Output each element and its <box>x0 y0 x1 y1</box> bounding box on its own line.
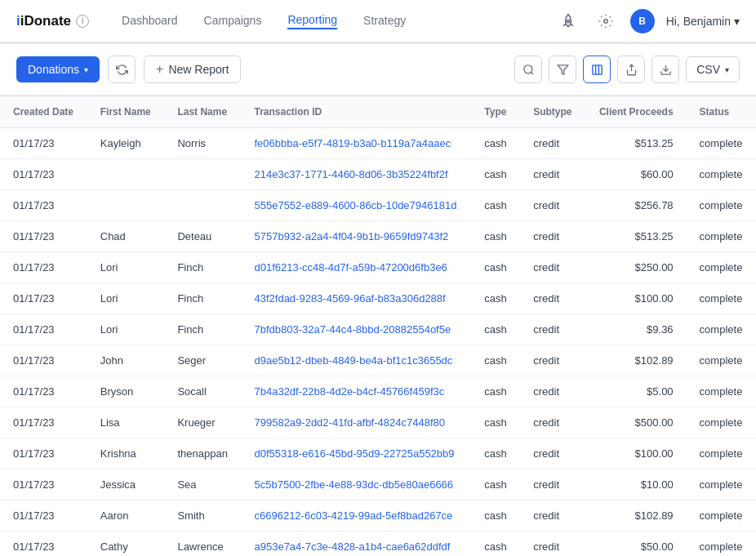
cell-status: complete <box>687 159 756 190</box>
cell-status: complete <box>687 376 756 407</box>
columns-button[interactable] <box>583 56 611 83</box>
refresh-button[interactable] <box>108 56 136 83</box>
cell-date: 01/17/23 <box>0 128 87 159</box>
cell-date: 01/17/23 <box>0 221 87 252</box>
cell-txn[interactable]: 7b4a32df-22b8-4d2e-b4cf-45766f459f3c <box>241 376 471 407</box>
cell-subtype: credit <box>520 128 585 159</box>
col-created-date: Created Date <box>0 96 87 128</box>
chevron-down-icon: ▾ <box>84 65 88 74</box>
cell-last: Deteau <box>164 221 241 252</box>
cell-proceeds: $500.00 <box>585 407 687 438</box>
cell-type: cash <box>471 190 520 221</box>
cell-txn[interactable]: c6696212-6c03-4219-99ad-5ef8bad267ce <box>241 500 471 532</box>
cell-status: complete <box>687 438 756 469</box>
svg-point-0 <box>567 20 569 22</box>
cell-subtype: credit <box>520 345 585 376</box>
cell-status: complete <box>687 128 756 159</box>
table-row: 01/17/23 Lori Finch d01f6213-cc48-4d7f-a… <box>0 252 756 283</box>
nav-reporting[interactable]: Reporting <box>287 13 337 29</box>
nav-campaigns[interactable]: Campaigns <box>204 14 262 29</box>
top-nav: iiDonate i Dashboard Campaigns Reporting… <box>0 0 756 42</box>
cell-status: complete <box>687 252 756 283</box>
nav-strategy[interactable]: Strategy <box>363 14 406 29</box>
cell-txn[interactable]: 5757b932-a2a4-4f04-9b1b-9659fd9743f2 <box>241 221 471 252</box>
cell-txn[interactable]: d01f6213-cc48-4d7f-a59b-47200d6fb3e6 <box>241 252 471 283</box>
cell-proceeds: $250.00 <box>585 252 687 283</box>
cell-txn[interactable]: 555e7552-e889-4600-86cb-10de7946181d <box>241 190 471 221</box>
cell-status: complete <box>687 221 756 252</box>
table-row: 01/17/23 Lori Finch 7bfdb803-32a7-44c4-8… <box>0 314 756 345</box>
share-button[interactable] <box>617 56 645 83</box>
table-row: 01/17/23 Lori Finch 43f2fdad-9283-4569-9… <box>0 283 756 314</box>
cell-subtype: credit <box>520 438 585 469</box>
cell-subtype: credit <box>520 407 585 438</box>
cell-status: complete <box>687 283 756 314</box>
svg-marker-3 <box>558 64 568 73</box>
cell-txn[interactable]: 5c5b7500-2fbe-4e88-93dc-db5e80ae6666 <box>241 469 471 500</box>
cell-txn[interactable]: 214e3c37-1771-4460-8d06-3b35224fbf2f <box>241 159 471 190</box>
cell-txn[interactable]: 799582a9-2dd2-41fd-afbf-4824c7448f80 <box>241 407 471 438</box>
cell-first: John <box>87 345 165 376</box>
new-report-button[interactable]: + New Report <box>144 56 241 83</box>
hi-user[interactable]: Hi, Benjamin ▾ <box>666 15 740 28</box>
filter-button[interactable] <box>549 56 576 83</box>
cell-status: complete <box>687 532 756 557</box>
table-row: 01/17/23 Bryson Socall 7b4a32df-22b8-4d2… <box>0 376 756 407</box>
col-type: Type <box>471 96 520 128</box>
cell-first <box>87 190 165 221</box>
cell-type: cash <box>471 469 520 500</box>
cell-date: 01/17/23 <box>0 469 87 500</box>
cell-type: cash <box>471 500 520 532</box>
cell-txn[interactable]: a953e7a4-7c3e-4828-a1b4-cae6a62ddfdf <box>241 532 471 557</box>
search-button[interactable] <box>514 56 542 83</box>
cell-status: complete <box>687 190 756 221</box>
cell-subtype: credit <box>520 159 585 190</box>
cell-txn[interactable]: d9ae5b12-dbeb-4849-be4a-bf1c1c3655dc <box>241 345 471 376</box>
nav-right: B Hi, Benjamin ▾ <box>555 8 740 34</box>
cell-date: 01/17/23 <box>0 283 87 314</box>
cell-first: Lisa <box>87 407 165 438</box>
cell-first: Aaron <box>87 500 165 532</box>
cell-proceeds: $513.25 <box>585 221 687 252</box>
download-button[interactable] <box>651 56 679 83</box>
col-last-name: Last Name <box>164 96 241 128</box>
cell-subtype: credit <box>520 252 585 283</box>
cell-txn[interactable]: d0f55318-e616-45bd-95d9-22725a552bb9 <box>241 438 471 469</box>
donations-button[interactable]: Donations ▾ <box>16 56 100 82</box>
cell-proceeds: $102.89 <box>585 500 687 532</box>
cell-date: 01/17/23 <box>0 500 87 532</box>
cell-txn[interactable]: 43f2fdad-9283-4569-96af-b83a306d288f <box>241 283 471 314</box>
cell-txn[interactable]: fe06bbba-e5f7-4819-b3a0-b119a7a4aaec <box>241 128 471 159</box>
avatar: B <box>630 9 655 33</box>
rocket-icon[interactable] <box>555 8 581 34</box>
col-transaction-id: Transaction ID <box>241 96 471 128</box>
cell-first: Lori <box>87 283 165 314</box>
logo-text: iiDonate <box>16 13 71 29</box>
csv-button[interactable]: CSV ▾ <box>686 56 740 82</box>
cell-status: complete <box>687 345 756 376</box>
cell-type: cash <box>471 252 520 283</box>
cell-date: 01/17/23 <box>0 407 87 438</box>
cell-last: Finch <box>164 314 241 345</box>
cell-subtype: credit <box>520 469 585 500</box>
cell-proceeds: $60.00 <box>585 159 687 190</box>
nav-dashboard[interactable]: Dashboard <box>122 14 178 29</box>
cell-status: complete <box>687 500 756 532</box>
cell-date: 01/17/23 <box>0 376 87 407</box>
info-icon[interactable]: i <box>76 15 89 28</box>
cell-date: 01/17/23 <box>0 314 87 345</box>
table-row: 01/17/23 Kayleigh Norris fe06bbba-e5f7-4… <box>0 128 756 159</box>
cell-txn[interactable]: 7bfdb803-32a7-44c4-8bbd-20882554of5e <box>241 314 471 345</box>
table-row: 01/17/23 Aaron Smith c6696212-6c03-4219-… <box>0 500 756 532</box>
cell-type: cash <box>471 407 520 438</box>
cell-last: Krueger <box>164 407 241 438</box>
settings-icon[interactable] <box>593 8 619 34</box>
cell-first: Kayleigh <box>87 128 165 159</box>
toolbar-right: CSV ▾ <box>514 56 740 83</box>
cell-first: Lori <box>87 314 165 345</box>
cell-last: Sea <box>164 469 241 500</box>
plus-icon: + <box>156 62 163 77</box>
cell-subtype: credit <box>520 190 585 221</box>
cell-proceeds: $5.00 <box>585 376 687 407</box>
cell-status: complete <box>687 314 756 345</box>
